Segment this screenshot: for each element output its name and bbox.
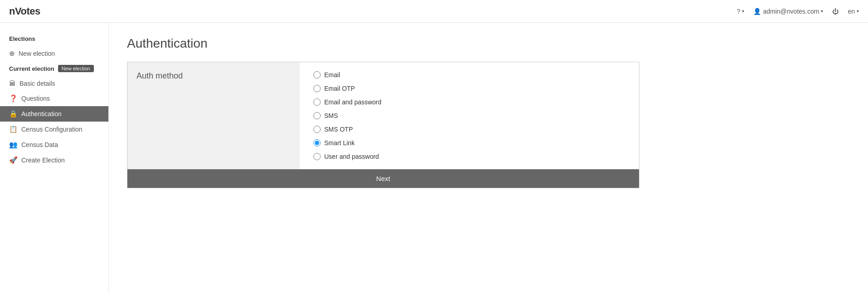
- elections-title: Elections: [0, 32, 108, 46]
- radio-option-sms[interactable]: SMS: [313, 112, 625, 119]
- radio-email-otp[interactable]: [313, 85, 321, 92]
- user-menu[interactable]: 👤 admin@nvotes.com ▾: [753, 8, 823, 15]
- main-content: Authentication Auth method Email Email O…: [109, 23, 868, 294]
- sidebar-item-new-election[interactable]: ⊕ New election: [0, 46, 108, 61]
- next-button[interactable]: Next: [127, 169, 639, 188]
- authentication-label: Authentication: [21, 110, 62, 118]
- create-election-label: Create Election: [21, 157, 65, 164]
- census-data-label: Census Data: [21, 141, 58, 148]
- radio-user-password[interactable]: [313, 153, 321, 160]
- radio-email-label: Email: [324, 71, 340, 78]
- radio-option-smart-link[interactable]: Smart Link: [313, 139, 625, 147]
- radio-email-password[interactable]: [313, 98, 321, 106]
- page-title: Authentication: [127, 36, 850, 51]
- plus-icon: ⊕: [9, 49, 15, 58]
- radio-user-password-label: User and password: [324, 153, 379, 160]
- help-menu[interactable]: ? ▾: [737, 8, 745, 15]
- new-election-label: New election: [19, 50, 55, 57]
- language-label: en: [848, 8, 855, 15]
- basic-details-label: Basic details: [20, 80, 55, 87]
- radio-option-email-otp[interactable]: Email OTP: [313, 85, 625, 92]
- user-caret-icon: ▾: [821, 9, 823, 14]
- radio-option-sms-otp[interactable]: SMS OTP: [313, 126, 625, 133]
- sidebar-item-census-configuration[interactable]: 📋 Census Configuration: [0, 122, 108, 137]
- language-caret-icon: ▾: [857, 9, 859, 14]
- next-btn-wrapper: Next: [127, 169, 639, 188]
- current-election-row: Current election New election: [0, 61, 108, 76]
- logo: nVotes: [9, 5, 40, 17]
- radio-email[interactable]: [313, 71, 321, 78]
- radio-sms[interactable]: [313, 112, 321, 119]
- sidebar-item-basic-details[interactable]: 🏛 Basic details: [0, 76, 108, 91]
- sidebar-item-create-election[interactable]: 🚀 Create Election: [0, 152, 108, 168]
- census-config-label: Census Configuration: [21, 126, 83, 133]
- power-button[interactable]: ⏻: [832, 8, 839, 15]
- sidebar-item-questions[interactable]: ❓ Questions: [0, 91, 108, 106]
- help-icon: ?: [737, 8, 741, 15]
- help-caret-icon: ▾: [742, 9, 744, 14]
- auth-options: Email Email OTP Email and password SMS: [300, 62, 639, 169]
- radio-sms-label: SMS: [324, 112, 338, 119]
- layout: Elections ⊕ New election Current electio…: [0, 23, 868, 294]
- questions-label: Questions: [21, 95, 50, 102]
- current-election-badge: New election: [58, 65, 94, 72]
- user-label: admin@nvotes.com: [763, 8, 819, 15]
- sidebar: Elections ⊕ New election Current electio…: [0, 23, 109, 294]
- current-election-label: Current election: [9, 65, 54, 72]
- sidebar-item-authentication[interactable]: 🔒 Authentication: [0, 106, 108, 122]
- radio-option-user-password[interactable]: User and password: [313, 153, 625, 160]
- language-menu[interactable]: en ▾: [848, 8, 859, 15]
- power-icon: ⏻: [832, 8, 839, 15]
- radio-smart-link-label: Smart Link: [324, 139, 355, 147]
- radio-sms-otp[interactable]: [313, 126, 321, 133]
- auth-method-label: Auth method: [127, 62, 300, 169]
- auth-panel: Auth method Email Email OTP Email and pa…: [127, 62, 639, 169]
- radio-email-password-label: Email and password: [324, 98, 381, 106]
- radio-sms-otp-label: SMS OTP: [324, 126, 353, 133]
- sidebar-item-census-data[interactable]: 👥 Census Data: [0, 137, 108, 152]
- user-icon: 👤: [753, 8, 761, 15]
- radio-smart-link[interactable]: [313, 139, 321, 147]
- header: nVotes ? ▾ 👤 admin@nvotes.com ▾ ⏻ en ▾: [0, 0, 868, 23]
- radio-option-email[interactable]: Email: [313, 71, 625, 78]
- radio-email-otp-label: Email OTP: [324, 85, 355, 92]
- create-election-icon: 🚀: [9, 156, 18, 164]
- census-data-icon: 👥: [9, 141, 18, 149]
- header-right: ? ▾ 👤 admin@nvotes.com ▾ ⏻ en ▾: [737, 8, 859, 15]
- census-config-icon: 📋: [9, 125, 18, 133]
- authentication-icon: 🔒: [9, 110, 18, 118]
- basic-details-icon: 🏛: [9, 79, 16, 87]
- auth-panel-wrapper: Auth method Email Email OTP Email and pa…: [127, 62, 639, 188]
- questions-icon: ❓: [9, 94, 18, 103]
- radio-option-email-password[interactable]: Email and password: [313, 98, 625, 106]
